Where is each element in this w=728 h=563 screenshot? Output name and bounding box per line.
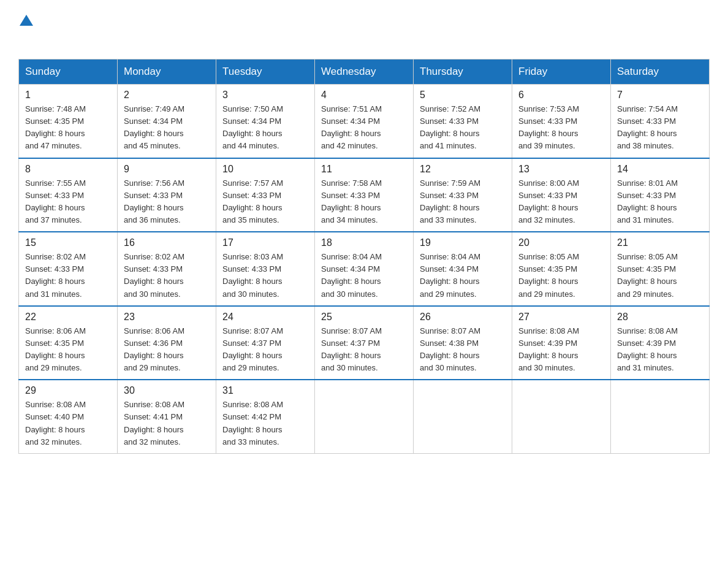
day-cell: 12Sunrise: 7:59 AMSunset: 4:33 PMDayligh…	[414, 158, 512, 232]
day-info: Sunrise: 7:59 AMSunset: 4:33 PMDaylight:…	[420, 177, 506, 227]
day-info: Sunrise: 7:52 AMSunset: 4:33 PMDaylight:…	[420, 103, 506, 153]
day-number: 15	[25, 237, 111, 248]
day-cell: 22Sunrise: 8:06 AMSunset: 4:35 PMDayligh…	[19, 306, 118, 380]
day-cell: 20Sunrise: 8:05 AMSunset: 4:35 PMDayligh…	[512, 232, 611, 306]
day-cell: 18Sunrise: 8:04 AMSunset: 4:34 PMDayligh…	[315, 232, 414, 306]
day-number: 3	[222, 90, 308, 101]
day-info: Sunrise: 7:55 AMSunset: 4:33 PMDaylight:…	[25, 177, 111, 227]
day-cell: 13Sunrise: 8:00 AMSunset: 4:33 PMDayligh…	[512, 158, 611, 232]
day-number: 16	[124, 237, 210, 248]
day-cell: 15Sunrise: 8:02 AMSunset: 4:33 PMDayligh…	[19, 232, 118, 306]
day-number: 12	[420, 164, 506, 175]
day-info: Sunrise: 8:06 AMSunset: 4:35 PMDaylight:…	[25, 325, 111, 375]
weekday-header-monday: Monday	[118, 59, 216, 85]
weekday-header-tuesday: Tuesday	[216, 59, 315, 85]
day-number: 19	[420, 237, 506, 248]
day-info: Sunrise: 8:08 AMSunset: 4:39 PMDaylight:…	[617, 325, 703, 375]
day-number: 5	[420, 90, 506, 101]
day-number: 28	[617, 312, 703, 323]
day-number: 27	[518, 312, 604, 323]
day-info: Sunrise: 8:03 AMSunset: 4:33 PMDaylight:…	[222, 251, 308, 301]
logo	[18, 12, 33, 48]
day-info: Sunrise: 8:07 AMSunset: 4:37 PMDaylight:…	[321, 325, 407, 375]
day-info: Sunrise: 7:54 AMSunset: 4:33 PMDaylight:…	[617, 103, 703, 153]
day-cell: 9Sunrise: 7:56 AMSunset: 4:33 PMDaylight…	[118, 158, 216, 232]
day-cell: 14Sunrise: 8:01 AMSunset: 4:33 PMDayligh…	[611, 158, 710, 232]
day-cell: 4Sunrise: 7:51 AMSunset: 4:34 PMDaylight…	[315, 85, 414, 158]
day-number: 22	[25, 312, 111, 323]
week-row-2: 8Sunrise: 7:55 AMSunset: 4:33 PMDaylight…	[19, 158, 710, 232]
day-cell: 26Sunrise: 8:07 AMSunset: 4:38 PMDayligh…	[414, 306, 512, 380]
day-number: 11	[321, 164, 407, 175]
day-cell: 29Sunrise: 8:08 AMSunset: 4:40 PMDayligh…	[19, 380, 118, 453]
day-info: Sunrise: 7:50 AMSunset: 4:34 PMDaylight:…	[222, 103, 308, 153]
day-info: Sunrise: 7:53 AMSunset: 4:33 PMDaylight:…	[518, 103, 604, 153]
day-info: Sunrise: 8:04 AMSunset: 4:34 PMDaylight:…	[321, 251, 407, 301]
day-number: 25	[321, 312, 407, 323]
day-info: Sunrise: 8:04 AMSunset: 4:34 PMDaylight:…	[420, 251, 506, 301]
day-number: 30	[124, 385, 210, 396]
day-cell: 7Sunrise: 7:54 AMSunset: 4:33 PMDaylight…	[611, 85, 710, 158]
day-info: Sunrise: 8:08 AMSunset: 4:42 PMDaylight:…	[222, 399, 308, 448]
day-cell: 2Sunrise: 7:49 AMSunset: 4:34 PMDaylight…	[118, 85, 216, 158]
day-number: 29	[25, 385, 111, 396]
day-cell: 24Sunrise: 8:07 AMSunset: 4:37 PMDayligh…	[216, 306, 315, 380]
calendar-table: SundayMondayTuesdayWednesdayThursdayFrid…	[18, 59, 710, 454]
day-cell: 8Sunrise: 7:55 AMSunset: 4:33 PMDaylight…	[19, 158, 118, 232]
day-info: Sunrise: 7:57 AMSunset: 4:33 PMDaylight:…	[222, 177, 308, 227]
day-cell: 11Sunrise: 7:58 AMSunset: 4:33 PMDayligh…	[315, 158, 414, 232]
day-number: 4	[321, 90, 407, 101]
day-cell: 1Sunrise: 7:48 AMSunset: 4:35 PMDaylight…	[19, 85, 118, 158]
day-info: Sunrise: 7:49 AMSunset: 4:34 PMDaylight:…	[124, 103, 210, 153]
weekday-header-row: SundayMondayTuesdayWednesdayThursdayFrid…	[19, 59, 710, 85]
day-cell: 30Sunrise: 8:08 AMSunset: 4:41 PMDayligh…	[118, 380, 216, 453]
day-number: 23	[124, 312, 210, 323]
week-row-1: 1Sunrise: 7:48 AMSunset: 4:35 PMDaylight…	[19, 85, 710, 158]
day-info: Sunrise: 8:05 AMSunset: 4:35 PMDaylight:…	[518, 251, 604, 301]
week-row-4: 22Sunrise: 8:06 AMSunset: 4:35 PMDayligh…	[19, 306, 710, 380]
day-cell: 17Sunrise: 8:03 AMSunset: 4:33 PMDayligh…	[216, 232, 315, 306]
day-cell	[414, 380, 512, 453]
day-number: 26	[420, 312, 506, 323]
day-cell	[512, 380, 611, 453]
day-cell: 28Sunrise: 8:08 AMSunset: 4:39 PMDayligh…	[611, 306, 710, 380]
day-cell: 5Sunrise: 7:52 AMSunset: 4:33 PMDaylight…	[414, 85, 512, 158]
day-number: 1	[25, 90, 111, 101]
day-cell: 21Sunrise: 8:05 AMSunset: 4:35 PMDayligh…	[611, 232, 710, 306]
day-number: 24	[222, 312, 308, 323]
day-number: 10	[222, 164, 308, 175]
svg-marker-0	[20, 15, 33, 26]
weekday-header-wednesday: Wednesday	[315, 59, 414, 85]
day-number: 21	[617, 237, 703, 248]
day-number: 7	[617, 90, 703, 101]
day-info: Sunrise: 7:51 AMSunset: 4:34 PMDaylight:…	[321, 103, 407, 153]
page-header	[18, 12, 710, 48]
day-cell	[611, 380, 710, 453]
week-row-3: 15Sunrise: 8:02 AMSunset: 4:33 PMDayligh…	[19, 232, 710, 306]
day-info: Sunrise: 8:00 AMSunset: 4:33 PMDaylight:…	[518, 177, 604, 227]
day-number: 6	[518, 90, 604, 101]
day-cell	[315, 380, 414, 453]
day-info: Sunrise: 8:02 AMSunset: 4:33 PMDaylight:…	[25, 251, 111, 301]
day-info: Sunrise: 8:06 AMSunset: 4:36 PMDaylight:…	[124, 325, 210, 375]
day-number: 18	[321, 237, 407, 248]
weekday-header-sunday: Sunday	[19, 59, 118, 85]
day-number: 31	[222, 385, 308, 396]
day-number: 9	[124, 164, 210, 175]
day-info: Sunrise: 7:48 AMSunset: 4:35 PMDaylight:…	[25, 103, 111, 153]
weekday-header-thursday: Thursday	[414, 59, 512, 85]
day-number: 17	[222, 237, 308, 248]
day-info: Sunrise: 7:56 AMSunset: 4:33 PMDaylight:…	[124, 177, 210, 227]
day-number: 20	[518, 237, 604, 248]
day-cell: 27Sunrise: 8:08 AMSunset: 4:39 PMDayligh…	[512, 306, 611, 380]
day-cell: 31Sunrise: 8:08 AMSunset: 4:42 PMDayligh…	[216, 380, 315, 453]
day-info: Sunrise: 8:02 AMSunset: 4:33 PMDaylight:…	[124, 251, 210, 301]
day-info: Sunrise: 8:05 AMSunset: 4:35 PMDaylight:…	[617, 251, 703, 301]
day-number: 8	[25, 164, 111, 175]
day-cell: 10Sunrise: 7:57 AMSunset: 4:33 PMDayligh…	[216, 158, 315, 232]
day-info: Sunrise: 8:07 AMSunset: 4:38 PMDaylight:…	[420, 325, 506, 375]
weekday-header-friday: Friday	[512, 59, 611, 85]
day-cell: 23Sunrise: 8:06 AMSunset: 4:36 PMDayligh…	[118, 306, 216, 380]
logo-triangle-icon	[20, 13, 33, 27]
day-number: 13	[518, 164, 604, 175]
